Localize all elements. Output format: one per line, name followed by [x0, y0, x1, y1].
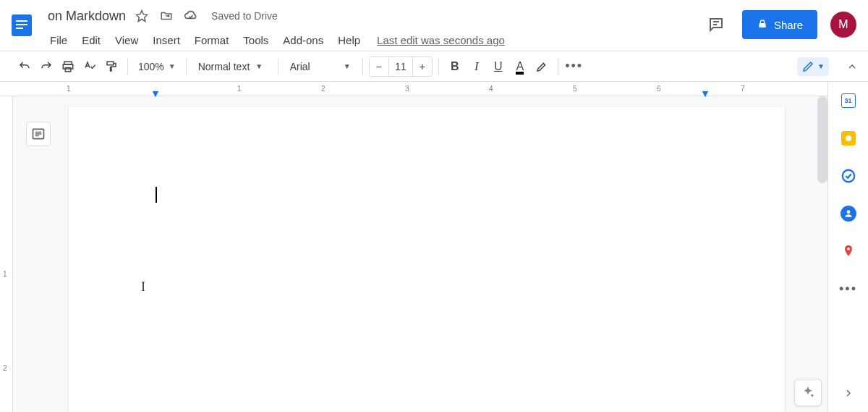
save-status: Saved to Drive	[211, 10, 278, 22]
indent-marker-right-icon[interactable]: ▼	[700, 88, 710, 99]
calendar-icon[interactable]: 31	[840, 92, 857, 109]
separator	[558, 58, 558, 75]
menu-view[interactable]: View	[109, 31, 145, 49]
side-panel: 31 •••	[827, 82, 868, 412]
decrease-font-button[interactable]: −	[370, 57, 388, 76]
tasks-icon[interactable]	[840, 167, 857, 185]
caret-icon: ▼	[817, 62, 825, 70]
header-right: Share M	[703, 6, 859, 39]
ibeam-cursor-icon: I	[141, 279, 145, 295]
menu-insert[interactable]: Insert	[146, 31, 187, 49]
explore-button[interactable]	[794, 379, 822, 406]
underline-button[interactable]: U	[488, 56, 509, 77]
toolbar: 100% ▼ Normal text ▼ Arial ▼ − 11 + B I …	[0, 51, 868, 82]
more-tools-button[interactable]: •••	[564, 56, 584, 77]
star-icon[interactable]	[133, 7, 150, 25]
separator	[362, 58, 363, 75]
menu-edit[interactable]: Edit	[75, 31, 107, 49]
menu-format[interactable]: Format	[188, 31, 236, 49]
menu-addons[interactable]: Add-ons	[276, 31, 330, 49]
zoom-select[interactable]: 100% ▼	[134, 61, 180, 72]
svg-rect-7	[107, 62, 114, 65]
svg-point-11	[847, 248, 850, 251]
italic-button[interactable]: I	[467, 56, 487, 77]
title-row: on Markdown Saved to Drive	[42, 6, 505, 26]
cloud-save-icon[interactable]	[182, 7, 200, 25]
increase-font-button[interactable]: +	[413, 57, 432, 76]
spellcheck-icon[interactable]	[80, 56, 100, 77]
ruler-tick: 6	[657, 85, 661, 93]
title-icons: Saved to Drive	[133, 7, 278, 25]
doc-title[interactable]: on Markdown	[45, 7, 129, 25]
contacts-icon[interactable]	[840, 205, 857, 222]
svg-rect-3	[16, 28, 23, 29]
undo-icon[interactable]	[14, 56, 35, 77]
horizontal-ruler[interactable]: 1 ▼ 1 2 3 4 5 6 ▼ 7	[0, 82, 827, 96]
svg-rect-1	[16, 20, 27, 22]
vertical-ruler[interactable]: 1 2	[0, 96, 13, 412]
share-label: Share	[774, 19, 803, 31]
workspace: 1 ▼ 1 2 3 4 5 6 ▼ 7 1 2 I 31	[0, 82, 868, 412]
keep-icon[interactable]	[840, 130, 857, 147]
ruler-tick: 3	[405, 85, 409, 93]
zoom-value: 100%	[138, 61, 164, 72]
move-icon[interactable]	[158, 7, 175, 25]
paint-format-icon[interactable]	[101, 56, 122, 77]
ruler-tick: 1	[237, 85, 242, 93]
svg-point-10	[846, 210, 850, 214]
collapse-toolbar-icon[interactable]	[842, 56, 862, 77]
font-size-input[interactable]: 11	[388, 57, 413, 76]
style-value: Normal text	[198, 61, 250, 72]
vertical-scrollbar[interactable]	[817, 96, 827, 183]
menu-help[interactable]: Help	[331, 31, 367, 49]
separator	[438, 58, 439, 75]
menu-bar: File Edit View Insert Format Tools Add-o…	[42, 29, 505, 49]
addons-more-icon[interactable]: •••	[840, 280, 857, 298]
separator	[278, 58, 278, 75]
font-size-group: − 11 +	[369, 56, 433, 77]
last-edit-link[interactable]: Last edit was seconds ago	[377, 34, 505, 46]
bold-button[interactable]: B	[445, 56, 465, 77]
docs-logo[interactable]	[7, 6, 36, 45]
ruler-tick: 7	[741, 85, 745, 93]
ruler-tick: 1	[67, 85, 71, 93]
header: on Markdown Saved to Drive File Edit Vie…	[0, 0, 868, 51]
ruler-tick: 5	[573, 85, 577, 93]
caret-icon: ▼	[169, 62, 176, 70]
caret-icon: ▼	[344, 62, 351, 70]
maps-icon[interactable]	[840, 243, 857, 260]
comment-history-icon[interactable]	[703, 12, 729, 38]
ruler-tick: 2	[321, 85, 326, 93]
canvas-area: 1 ▼ 1 2 3 4 5 6 ▼ 7 1 2 I	[0, 82, 827, 412]
share-button[interactable]: Share	[742, 10, 817, 39]
font-value: Arial	[290, 61, 310, 72]
svg-rect-2	[16, 24, 27, 25]
ruler-tick: 4	[489, 85, 493, 93]
menu-tools[interactable]: Tools	[237, 31, 275, 49]
redo-icon[interactable]	[36, 56, 56, 77]
caret-icon: ▼	[255, 62, 263, 70]
print-icon[interactable]	[58, 56, 78, 77]
outline-toggle-icon[interactable]	[26, 122, 51, 146]
text-color-button[interactable]: A	[510, 56, 530, 77]
ruler-tick: 2	[3, 364, 7, 372]
font-select[interactable]: Arial ▼	[284, 61, 357, 72]
highlight-button[interactable]	[532, 56, 552, 77]
expand-sidepanel-icon[interactable]	[840, 384, 857, 402]
text-cursor	[156, 187, 157, 203]
editing-mode-button[interactable]: ▼	[797, 57, 829, 76]
menu-file[interactable]: File	[43, 31, 74, 49]
title-area: on Markdown Saved to Drive File Edit Vie…	[42, 6, 505, 49]
indent-marker-left-icon[interactable]: ▼	[150, 88, 161, 99]
style-select[interactable]: Normal text ▼	[192, 61, 272, 72]
separator	[127, 58, 128, 75]
user-avatar[interactable]: M	[830, 12, 856, 38]
ruler-tick: 1	[3, 270, 7, 278]
document-page[interactable]: I	[69, 107, 785, 412]
separator	[186, 58, 187, 75]
